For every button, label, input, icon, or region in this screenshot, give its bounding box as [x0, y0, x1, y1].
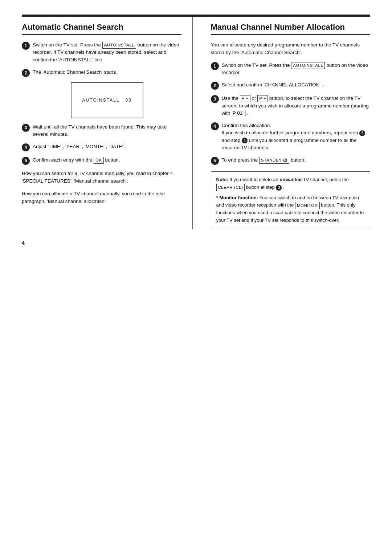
right-section-title: Manual Channel Number Allocation: [211, 23, 371, 35]
step-2-left-text: The 'Automatic Channel Search' starts.: [33, 69, 181, 76]
note-label: Note:: [216, 177, 228, 182]
step-1-right-text: Switch on the TV set. Press the AUTOINST…: [222, 62, 371, 77]
p-minus-button: P −: [240, 95, 250, 102]
left-para-1: How you can search for a TV channel manu…: [22, 170, 181, 185]
unwanted-label: unwanted: [279, 177, 302, 182]
step-num-3-left: 3: [22, 124, 30, 132]
clear-cl-button: CLEAR (CL): [216, 184, 245, 191]
step-4-right-text: Confirm this allocation. If you wish to …: [222, 122, 371, 151]
step-2-left: 2 The 'Automatic Channel Search' starts.: [22, 69, 181, 77]
note-paragraph-1: Note: If you want to delete an unwanted …: [216, 176, 365, 191]
inline-step-3: 3: [359, 130, 365, 136]
page-number: 4: [22, 240, 370, 246]
monitor-button: MONITOR: [295, 202, 320, 209]
inline-step-4: 4: [242, 138, 248, 143]
left-column: Automatic Channel Search 1 Switch on the…: [22, 17, 193, 229]
left-section-title: Automatic Channel Search: [22, 23, 181, 35]
step-5-right: 5 To end press the STANDBY ⏻ button.: [211, 156, 371, 165]
step-1-right: 1 Switch on the TV set. Press the AUTOIN…: [211, 62, 371, 77]
step-1-left: 1 Switch on the TV set. Press the AUTOIN…: [22, 41, 181, 64]
screen-wrapper: AUTOINSTALL 00: [33, 82, 181, 118]
step-5-right-text: To end press the STANDBY ⏻ button.: [222, 156, 371, 164]
step-3-left-text: Wait until all the TV channels have been…: [33, 123, 181, 138]
step-num-5-right: 5: [211, 157, 219, 165]
step-3-left: 3 Wait until all the TV channels have be…: [22, 123, 181, 138]
step-1-left-text: Switch on the TV set. Press the AUTOINST…: [33, 41, 181, 64]
note-inline-step-3: 3: [276, 185, 282, 191]
p-plus-button: P +: [257, 95, 268, 102]
note-box: Note: If you want to delete an unwanted …: [211, 171, 371, 229]
step-2-right-text: Select and confirm 'CHANNEL ALLOCATION' …: [222, 81, 371, 89]
step-num-2-left: 2: [22, 69, 30, 77]
right-column: Manual Channel Number Allocation You can…: [207, 17, 371, 229]
two-column-layout: Automatic Channel Search 1 Switch on the…: [22, 17, 370, 229]
step-num-1-left: 1: [22, 42, 30, 50]
right-intro: You can allocate any desired programme n…: [211, 41, 371, 57]
autoinstall-button-label-right: AUTOINSTALL: [291, 62, 325, 69]
step-5-left-text: Confirm each entry with the OK button.: [33, 156, 181, 164]
step-4-right: 4 Confirm this allocation. If you wish t…: [211, 122, 371, 151]
page: Automatic Channel Search 1 Switch on the…: [0, 0, 392, 268]
standby-button: STANDBY ⏻: [259, 157, 289, 164]
left-para-2: How you can allocate a TV channel manual…: [22, 190, 181, 205]
step-num-2-right: 2: [211, 82, 219, 90]
monitor-function-label: * Monitor function:: [216, 195, 258, 200]
step-num-4-left: 4: [22, 143, 30, 151]
step-5-left: 5 Confirm each entry with the OK button.: [22, 156, 181, 165]
step-4-left: 4 Adjust 'TIME' , 'YEAR' , 'MONTH' , 'DA…: [22, 143, 181, 151]
note-paragraph-2: * Monitor function: You can switch to an…: [216, 194, 365, 224]
step-3-right-text: Use the P − or P + button, to select the…: [222, 95, 371, 117]
ok-button-label: OK: [94, 157, 104, 164]
autoinstall-button-label-1: AUTOINSTALL: [102, 42, 136, 49]
step-4-left-text: Adjust 'TIME' , 'YEAR' , 'MONTH' , 'DATE…: [33, 143, 181, 150]
screen-display: AUTOINSTALL 00: [71, 82, 143, 118]
step-2-right: 2 Select and confirm 'CHANNEL ALLOCATION…: [211, 81, 371, 90]
step-num-3-right: 3: [211, 95, 219, 103]
step-num-1-right: 1: [211, 62, 219, 70]
step-3-right: 3 Use the P − or P + button, to select t…: [211, 95, 371, 117]
step-num-5-left: 5: [22, 157, 30, 165]
step-num-4-right: 4: [211, 122, 219, 130]
